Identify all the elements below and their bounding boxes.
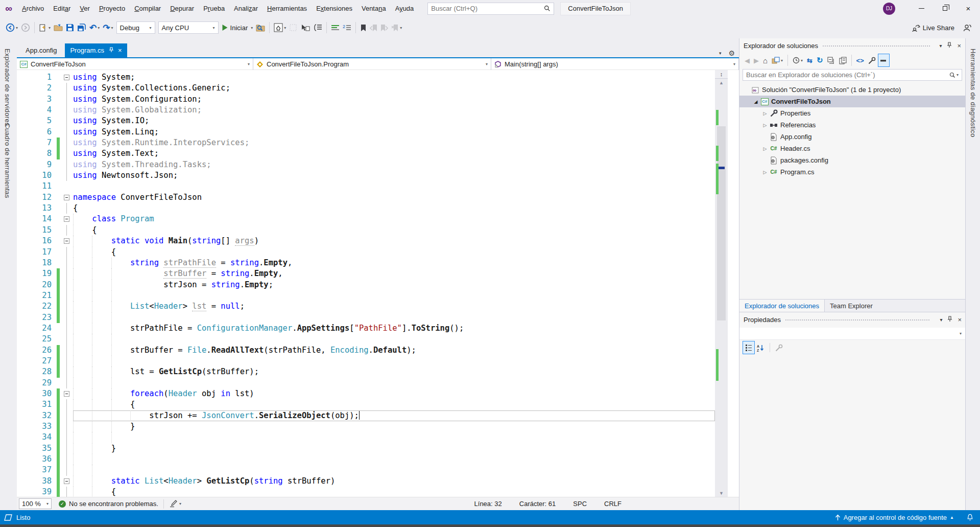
close-tab-icon[interactable]: ×: [118, 47, 122, 54]
outline-margin[interactable]: [61, 301, 73, 312]
code-line[interactable]: 1using System;: [17, 72, 715, 83]
outline-margin[interactable]: [61, 334, 73, 345]
code-text[interactable]: using System.Linq;: [73, 127, 715, 138]
code-line[interactable]: 2using System.Collections.Generic;: [17, 83, 715, 94]
project-dropdown[interactable]: C# ConvertFileToJson ▾: [17, 58, 253, 70]
line-number[interactable]: 36: [17, 454, 56, 465]
comment-lines-button[interactable]: [329, 21, 341, 34]
code-line[interactable]: 21: [17, 290, 715, 301]
se-preview-selected-items-button[interactable]: [878, 54, 890, 67]
code-cleanup-icon[interactable]: [169, 500, 177, 508]
outline-margin[interactable]: [61, 247, 73, 258]
line-number[interactable]: 14: [17, 214, 56, 224]
line-number[interactable]: 12: [17, 192, 56, 203]
code-line[interactable]: 20 strJson = string.Empty;: [17, 280, 715, 290]
alphabetical-sort-button[interactable]: AZ: [755, 341, 767, 354]
code-text[interactable]: static void Main(string[] args): [73, 236, 715, 246]
code-text[interactable]: strBuffer = File.ReadAllText(strPathFile…: [73, 345, 715, 356]
tree-item-properties[interactable]: ▷Properties: [739, 107, 965, 119]
code-text[interactable]: using System.Configuration;: [73, 94, 715, 105]
code-text[interactable]: using System.Collections.Generic;: [73, 83, 715, 94]
outline-margin[interactable]: [61, 127, 73, 138]
se-collapse-all-button[interactable]: [825, 54, 837, 67]
code-text[interactable]: [73, 356, 715, 366]
outline-margin[interactable]: [61, 432, 73, 443]
diagnostic-tools-vertical-tab[interactable]: Herramientas de diagnóstico: [969, 49, 977, 138]
toolbox-vertical-tab[interactable]: Cuadro de herramientas: [4, 123, 11, 198]
categorized-view-button[interactable]: [743, 341, 755, 354]
tree-item-convertfiletojson[interactable]: ◢C#ConvertFileToJson: [739, 96, 965, 107]
se-home-button[interactable]: ⌂: [761, 54, 770, 67]
outline-margin[interactable]: [61, 236, 73, 246]
line-number[interactable]: 37: [17, 465, 56, 475]
code-line[interactable]: 18 string strPathFile = string.Empty,: [17, 258, 715, 268]
line-number[interactable]: 35: [17, 443, 56, 454]
scroll-up-arrow[interactable]: ▲: [715, 79, 728, 86]
line-number[interactable]: 2: [17, 83, 56, 94]
code-line[interactable]: 12namespace ConvertFileToJson: [17, 192, 715, 203]
menu-archivo[interactable]: Archivo: [17, 0, 49, 17]
tree-item-program-cs[interactable]: ▷C#Program.cs: [739, 166, 965, 178]
solution-platform-combo[interactable]: Any CPU ▾: [158, 21, 219, 34]
outline-margin[interactable]: [61, 378, 73, 388]
code-text[interactable]: using System.Globalization;: [73, 105, 715, 116]
outline-margin[interactable]: [61, 148, 73, 159]
line-number[interactable]: 11: [17, 181, 56, 192]
outline-margin[interactable]: [61, 138, 73, 148]
se-pending-changes-filter-button[interactable]: ▾: [791, 54, 805, 67]
outline-margin[interactable]: [61, 476, 73, 487]
close-button[interactable]: ×: [957, 0, 980, 17]
close-icon[interactable]: ×: [957, 42, 961, 50]
line-number[interactable]: 18: [17, 258, 56, 268]
navigate-to-button[interactable]: [299, 21, 312, 34]
new-project-dropdown[interactable]: ▾: [49, 26, 51, 30]
code-text[interactable]: lst = GetListCp(strBuffer);: [73, 366, 715, 377]
code-line[interactable]: 29: [17, 378, 715, 388]
start-debugging-button[interactable]: Iniciar ▾: [220, 21, 255, 34]
code-line[interactable]: 28 lst = GetListCp(strBuffer);: [17, 366, 715, 377]
code-line[interactable]: 10using Newtonsoft.Json;: [17, 170, 715, 181]
solution-name-button[interactable]: ConvertFileToJson: [560, 2, 631, 15]
line-number[interactable]: 1: [17, 72, 56, 83]
line-number[interactable]: 20: [17, 280, 56, 290]
line-number[interactable]: 26: [17, 345, 56, 356]
menu-extensiones[interactable]: Extensiones: [312, 0, 357, 17]
fold-collapse-icon[interactable]: [64, 478, 69, 484]
line-number[interactable]: 19: [17, 268, 56, 279]
se-properties-button[interactable]: [866, 54, 878, 67]
fold-collapse-icon[interactable]: [64, 238, 69, 244]
code-line[interactable]: 19 strBuffer = string.Empty,: [17, 268, 715, 279]
line-number[interactable]: 7: [17, 138, 56, 148]
code-line[interactable]: 11: [17, 181, 715, 192]
code-text[interactable]: [73, 312, 715, 323]
outline-margin[interactable]: [61, 159, 73, 170]
outline-margin[interactable]: [61, 170, 73, 181]
code-line[interactable]: 16 static void Main(string[] args): [17, 236, 715, 246]
outline-margin[interactable]: [61, 356, 73, 366]
code-text[interactable]: using System.Threading.Tasks;: [73, 159, 715, 170]
menu-ayuda[interactable]: Ayuda: [391, 0, 419, 17]
code-line[interactable]: 25: [17, 334, 715, 345]
code-text[interactable]: using Newtonsoft.Json;: [73, 170, 715, 181]
outline-margin[interactable]: [61, 203, 73, 214]
code-text[interactable]: using System;: [73, 72, 715, 83]
scroll-down-arrow[interactable]: ▼: [715, 490, 728, 497]
shortcut-dropdown[interactable]: ▾: [284, 26, 286, 30]
outline-margin[interactable]: [61, 399, 73, 410]
outline-margin[interactable]: [61, 225, 73, 236]
code-text[interactable]: using System.Text;: [73, 148, 715, 159]
restore-button[interactable]: [933, 0, 957, 17]
code-text[interactable]: {: [73, 203, 715, 214]
se-show-all-files-button[interactable]: [837, 54, 849, 67]
outline-margin[interactable]: [61, 388, 73, 399]
feedback-icon[interactable]: [961, 21, 973, 34]
code-line[interactable]: 34: [17, 432, 715, 443]
line-number[interactable]: 3: [17, 94, 56, 105]
se-view-code-button[interactable]: <>: [854, 54, 866, 67]
line-number[interactable]: 9: [17, 159, 56, 170]
code-line[interactable]: 35 }: [17, 443, 715, 454]
add-to-source-control-button[interactable]: Agregar al control de código fuente: [844, 514, 947, 521]
line-number[interactable]: 27: [17, 356, 56, 366]
type-dropdown[interactable]: ConvertFileToJson.Program ▾: [253, 58, 491, 70]
menu-analizar[interactable]: Analizar: [229, 0, 262, 17]
